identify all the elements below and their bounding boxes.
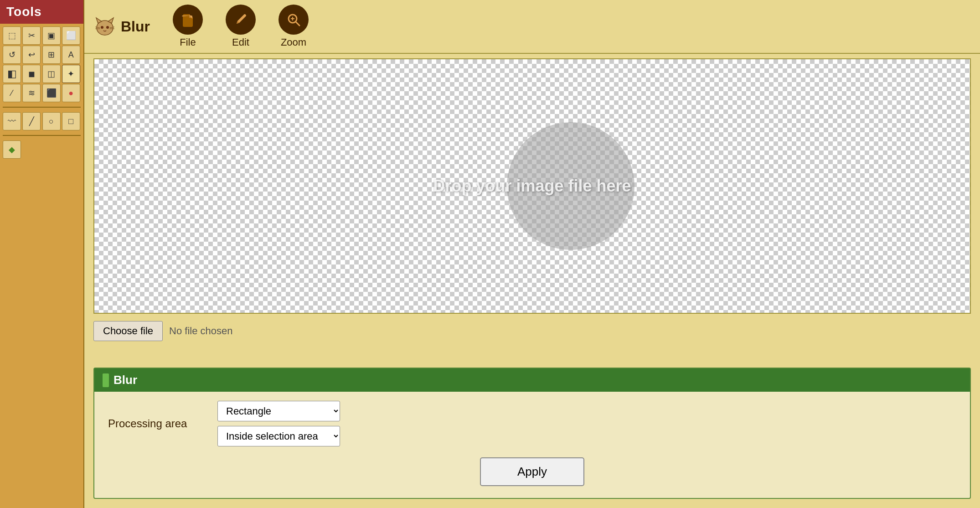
svg-point-3	[101, 26, 103, 29]
blur-panel: Blur Processing area Rectangle Ellipse C…	[93, 368, 971, 499]
edit-icon	[226, 5, 256, 35]
canvas-area: Drop your image file here Choose file No…	[84, 54, 980, 368]
copy-tool[interactable]: ▣	[42, 26, 61, 45]
ellipse-tool[interactable]: ○	[42, 112, 61, 130]
apply-row: Apply	[108, 453, 956, 489]
topbar: Blur File Edit Zoom	[84, 0, 980, 54]
crop-tool[interactable]: ⬜	[62, 26, 80, 45]
tool-row-2: 〰 ╱ ○ □	[0, 109, 83, 133]
file-toolbar-btn[interactable]: File	[173, 5, 203, 48]
edit-label: Edit	[232, 36, 249, 48]
drop-zone[interactable]: Drop your image file here	[93, 58, 971, 314]
drop-circle	[507, 122, 634, 250]
blur-panel-body: Processing area Rectangle Ellipse Custom…	[94, 392, 970, 498]
tool-divider	[3, 107, 81, 108]
blur-header-indicator	[103, 373, 109, 387]
rect-tool[interactable]: □	[62, 112, 80, 130]
app-logo: Blur	[93, 15, 150, 38]
blur-panel-header: Blur	[94, 368, 970, 392]
shape-select[interactable]: Rectangle Ellipse Custom	[217, 401, 340, 421]
app-title: Blur	[121, 18, 150, 35]
tool-row-3: ◆	[0, 138, 83, 161]
eyedropper-tool[interactable]: ⁄	[3, 84, 21, 102]
app-logo-icon	[93, 15, 116, 38]
blur-panel-title: Blur	[113, 373, 137, 387]
diamond-tool[interactable]: ◆	[3, 140, 21, 159]
clone-tool[interactable]: ⊞	[42, 46, 61, 64]
rotate-ccw-tool[interactable]: ↺	[3, 46, 21, 64]
transparency-tool[interactable]: ◫	[42, 65, 61, 83]
svg-line-10	[296, 22, 299, 26]
edit-toolbar-btn[interactable]: Edit	[226, 5, 256, 48]
zoom-toolbar-btn[interactable]: Zoom	[279, 5, 309, 48]
curve-tool[interactable]: 〰	[3, 112, 21, 130]
fx-tool[interactable]: ✦	[62, 65, 80, 83]
fg-bg-tool[interactable]: ◧	[3, 65, 21, 83]
cut-tool[interactable]: ✂	[22, 26, 41, 45]
processing-area-row: Processing area Rectangle Ellipse Custom…	[108, 401, 956, 446]
smudge-tool[interactable]: ≋	[22, 84, 41, 102]
tool-divider-2	[3, 135, 81, 136]
processing-area-label: Processing area	[108, 417, 208, 430]
tool-row-1: ⬚ ✂ ▣ ⬜ ↺ ↩ ⊞ A ◧ ◼ ◫ ✦ ⁄ ≋ ⬛ ●	[0, 24, 83, 105]
svg-point-4	[106, 26, 109, 29]
file-label: File	[180, 36, 196, 48]
main-panel: Blur File Edit Zoom Drop your image file	[84, 0, 980, 508]
file-icon	[173, 5, 203, 35]
pattern-tool[interactable]: ⬛	[42, 84, 61, 102]
choose-file-button[interactable]: Choose file	[93, 321, 163, 341]
select-tool[interactable]: ⬚	[3, 26, 21, 45]
text-tool[interactable]: A	[62, 46, 80, 64]
sidebar-title: Tools	[0, 0, 83, 24]
sidebar: Tools ⬚ ✂ ▣ ⬜ ↺ ↩ ⊞ A ◧ ◼ ◫ ✦ ⁄ ≋ ⬛ ● 〰 …	[0, 0, 84, 508]
line-tool[interactable]: ╱	[22, 112, 41, 130]
red-tool[interactable]: ●	[62, 84, 80, 102]
undo-tool[interactable]: ↩	[22, 46, 41, 64]
zoom-label: Zoom	[281, 36, 306, 48]
apply-button[interactable]: Apply	[480, 457, 584, 486]
file-name-label: No file chosen	[169, 325, 232, 337]
area-select[interactable]: Inside selection area Outside selection …	[217, 426, 340, 446]
file-row: Choose file No file chosen	[93, 318, 971, 344]
zoom-icon	[279, 5, 309, 35]
blur-select-group: Rectangle Ellipse Custom Inside selectio…	[217, 401, 340, 446]
fill-tool[interactable]: ◼	[22, 65, 41, 83]
